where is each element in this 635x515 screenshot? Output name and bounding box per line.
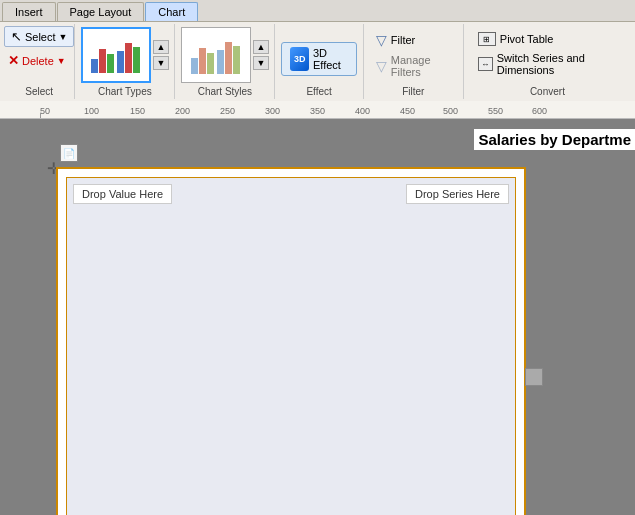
- cursor-icon: ↖: [11, 29, 22, 44]
- chevron-down-icon: ▼: [59, 32, 68, 42]
- chart-style-thumbnail[interactable]: [181, 27, 251, 83]
- series-legend: [525, 368, 543, 386]
- chart-plot-area: Drop Value Here Drop Series Here Drop La…: [66, 177, 516, 515]
- drop-series-zone[interactable]: Drop Series Here: [406, 184, 509, 204]
- chart-title: Salaries by Departme: [474, 129, 635, 150]
- svg-rect-1: [99, 49, 106, 73]
- chart-styles-group: ▲ ▼ Chart Styles: [175, 24, 275, 99]
- tab-row: Insert Page Layout Chart: [0, 0, 635, 21]
- page-icon: 📄: [60, 144, 78, 162]
- svg-rect-9: [217, 50, 224, 74]
- svg-rect-11: [233, 46, 240, 74]
- svg-rect-5: [133, 47, 140, 73]
- svg-rect-6: [191, 58, 198, 74]
- chart-type-prev[interactable]: ▲: [153, 40, 169, 54]
- delete-button[interactable]: ✕ Delete ▼: [4, 51, 70, 70]
- pivot-table-icon: ⊞: [478, 32, 496, 46]
- 3d-effect-button[interactable]: 3D 3D Effect: [281, 42, 356, 76]
- svg-rect-4: [125, 43, 132, 73]
- app-window: Insert Page Layout Chart ↖ Select ▼ ✕ De…: [0, 0, 635, 515]
- manage-filters-button[interactable]: ▽ Manage Filters: [372, 52, 455, 80]
- tab-page-layout[interactable]: Page Layout: [57, 2, 145, 21]
- select-group-label: Select: [10, 84, 68, 97]
- switch-series-button[interactable]: ↔ Switch Series and Dimensions: [472, 50, 623, 78]
- delete-chevron-icon: ▼: [57, 56, 66, 66]
- document-area: Salaries by Departme 📄 ✛ Drop Value Here…: [0, 119, 635, 515]
- svg-rect-7: [199, 48, 206, 74]
- chart-type-thumbnail[interactable]: [81, 27, 151, 83]
- svg-rect-10: [225, 42, 232, 74]
- effect-group-label: Effect: [281, 84, 356, 97]
- chart-style-next[interactable]: ▼: [253, 56, 269, 70]
- x-icon: ✕: [8, 53, 19, 68]
- effect-group: 3D 3D Effect Effect: [275, 24, 363, 99]
- filter-icon: ▽: [376, 32, 387, 48]
- chart-styles-label: Chart Styles: [181, 84, 268, 97]
- tab-chart[interactable]: Chart: [145, 2, 198, 21]
- svg-rect-2: [107, 54, 114, 73]
- svg-rect-3: [117, 51, 124, 73]
- tab-insert[interactable]: Insert: [2, 2, 56, 21]
- convert-group-label: Convert: [472, 84, 623, 97]
- filter-group-label: Filter: [372, 84, 455, 97]
- filter-group: ▽ Filter ▽ Manage Filters Filter: [364, 24, 464, 99]
- svg-rect-0: [91, 59, 98, 73]
- ruler: 50 100 150 200 250 300 350 400 450 500 5…: [0, 101, 635, 119]
- pivot-table-button[interactable]: ⊞ Pivot Table: [472, 30, 560, 48]
- select-group: ↖ Select ▼ ✕ Delete ▼ Select: [4, 24, 75, 99]
- switch-series-icon: ↔: [478, 57, 493, 71]
- chart-style-prev[interactable]: ▲: [253, 40, 269, 54]
- drop-value-zone[interactable]: Drop Value Here: [73, 184, 172, 204]
- select-button[interactable]: ↖ Select ▼: [4, 26, 75, 47]
- filter-button[interactable]: ▽ Filter: [372, 30, 419, 50]
- ribbon: ↖ Select ▼ ✕ Delete ▼ Select: [0, 21, 635, 101]
- 3d-icon: 3D: [290, 47, 309, 71]
- convert-group: ⊞ Pivot Table ↔ Switch Series and Dimens…: [464, 24, 631, 99]
- chart-types-group: ▲ ▼ Chart Types: [75, 24, 175, 99]
- chart-type-next[interactable]: ▼: [153, 56, 169, 70]
- chart-type-nav: ▲ ▼: [153, 40, 169, 70]
- chart-container[interactable]: Drop Value Here Drop Series Here Drop La…: [56, 167, 526, 515]
- manage-filter-icon: ▽: [376, 58, 387, 74]
- chart-style-nav: ▲ ▼: [253, 40, 269, 70]
- svg-rect-8: [207, 53, 214, 74]
- chart-types-label: Chart Types: [81, 84, 168, 97]
